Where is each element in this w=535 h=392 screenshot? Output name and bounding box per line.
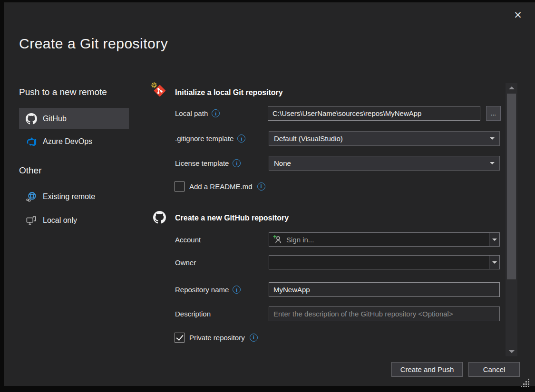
globe-link-icon	[26, 191, 37, 202]
github-section-title: Create a new GitHub repository	[175, 214, 289, 222]
sidebar-item-label: Azure DevOps	[43, 137, 92, 146]
azure-devops-icon	[26, 136, 37, 147]
add-user-icon	[273, 235, 282, 244]
label-text: License template	[175, 159, 229, 167]
description-label: Description	[175, 306, 211, 321]
repository-name-label: Repository name	[175, 282, 241, 297]
info-icon[interactable]	[257, 182, 265, 191]
owner-combobox-body	[269, 256, 489, 269]
cancel-button[interactable]: Cancel	[468, 362, 520, 377]
github-icon	[26, 113, 37, 124]
close-button[interactable]: ✕	[510, 7, 526, 23]
git-new-repo-icon	[151, 82, 167, 98]
sidebar-item-local-only[interactable]: Local only	[19, 211, 129, 229]
info-icon[interactable]	[237, 134, 245, 143]
private-repository-checkbox[interactable]	[175, 333, 185, 343]
scroll-down-icon[interactable]	[506, 348, 517, 355]
label-text: .gitignore template	[175, 134, 233, 143]
label-text: Description	[175, 310, 211, 318]
init-section-title: Initialize a local Git repository	[175, 88, 283, 97]
info-icon[interactable]	[233, 159, 241, 167]
info-icon[interactable]	[250, 334, 258, 342]
info-icon[interactable]	[212, 109, 220, 117]
chevron-down-icon	[492, 261, 497, 264]
scroll-up-icon[interactable]	[506, 84, 517, 92]
sidebar-item-label: Existing remote	[43, 192, 95, 201]
chevron-down-icon	[490, 137, 495, 140]
owner-label: Owner	[175, 255, 196, 269]
repository-name-input[interactable]	[269, 282, 500, 297]
private-repository-label: Private repository	[189, 334, 245, 342]
info-icon[interactable]	[233, 286, 241, 294]
account-placeholder: Sign in...	[286, 236, 314, 244]
chevron-down-icon	[492, 239, 497, 241]
owner-combobox[interactable]	[269, 255, 500, 269]
license-label: License template	[175, 156, 241, 171]
account-label: Account	[175, 232, 201, 247]
label-text: Account	[175, 236, 201, 244]
gitignore-label: .gitignore template	[175, 131, 245, 146]
computer-icon	[26, 215, 37, 226]
browse-button[interactable]: ...	[486, 106, 501, 121]
label-text: Local path	[175, 109, 208, 117]
github-icon	[153, 211, 166, 224]
create-and-push-button[interactable]: Create and Push	[391, 362, 463, 377]
dialog-title: Create a Git repository	[19, 36, 168, 52]
label-text: Owner	[175, 258, 196, 267]
local-path-label: Local path	[175, 106, 220, 121]
private-repository-row: Private repository	[175, 331, 258, 344]
sidebar-item-azure-devops[interactable]: Azure DevOps	[19, 132, 129, 152]
dropdown-value: Default (VisualStudio)	[274, 134, 490, 143]
sidebar-item-label: Local only	[43, 216, 77, 225]
sidebar-item-existing-remote[interactable]: Existing remote	[19, 188, 129, 206]
account-combobox-body: Sign in...	[269, 233, 489, 246]
readme-label: Add a README.md	[189, 182, 253, 191]
license-dropdown[interactable]: None	[269, 156, 500, 171]
readme-row: Add a README.md	[175, 180, 265, 192]
create-git-repository-dialog: ✕ Create a Git repository Push to a new …	[4, 2, 535, 386]
chevron-down-icon	[490, 162, 495, 164]
readme-checkbox[interactable]	[175, 182, 185, 191]
dropdown-button[interactable]	[489, 256, 499, 269]
dropdown-button[interactable]	[489, 233, 499, 246]
gitignore-dropdown[interactable]: Default (VisualStudio)	[269, 131, 500, 146]
label-text: Repository name	[175, 286, 229, 294]
local-path-input[interactable]	[268, 106, 480, 121]
scrollbar-thumb[interactable]	[507, 94, 516, 279]
resize-grip-icon[interactable]	[521, 379, 530, 390]
sidebar-item-github[interactable]: GitHub	[19, 108, 129, 129]
other-heading: Other	[19, 165, 42, 176]
description-input[interactable]	[269, 306, 500, 321]
account-combobox[interactable]: Sign in...	[269, 232, 500, 247]
sidebar-item-label: GitHub	[43, 115, 67, 123]
dropdown-value: None	[274, 159, 490, 167]
push-remote-heading: Push to a new remote	[19, 87, 107, 97]
vertical-scrollbar[interactable]	[506, 83, 517, 356]
